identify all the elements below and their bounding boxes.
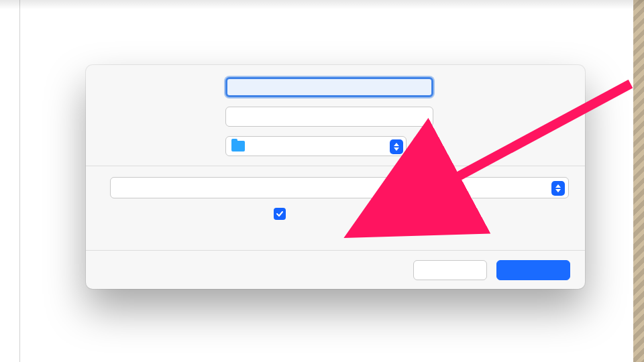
- tags-input[interactable]: [225, 107, 433, 127]
- desktop-sliver: [633, 0, 644, 362]
- filename-input[interactable]: [225, 77, 433, 97]
- check-icon: [276, 210, 284, 218]
- txt-extension-checkbox[interactable]: [274, 208, 286, 220]
- line-number-gutter: [0, 0, 20, 362]
- location-select[interactable]: [225, 136, 407, 156]
- chevron-down-icon: [419, 141, 429, 150]
- encoding-select[interactable]: [110, 177, 569, 198]
- updown-stepper-icon: [551, 181, 565, 196]
- cancel-button[interactable]: [413, 260, 487, 280]
- expand-button[interactable]: [413, 136, 433, 156]
- csv-header: [23, 29, 640, 44]
- save-dialog: [86, 65, 585, 289]
- updown-stepper-icon: [390, 139, 403, 154]
- save-button[interactable]: [496, 260, 570, 280]
- divider: [86, 166, 585, 166]
- folder-icon: [231, 141, 245, 152]
